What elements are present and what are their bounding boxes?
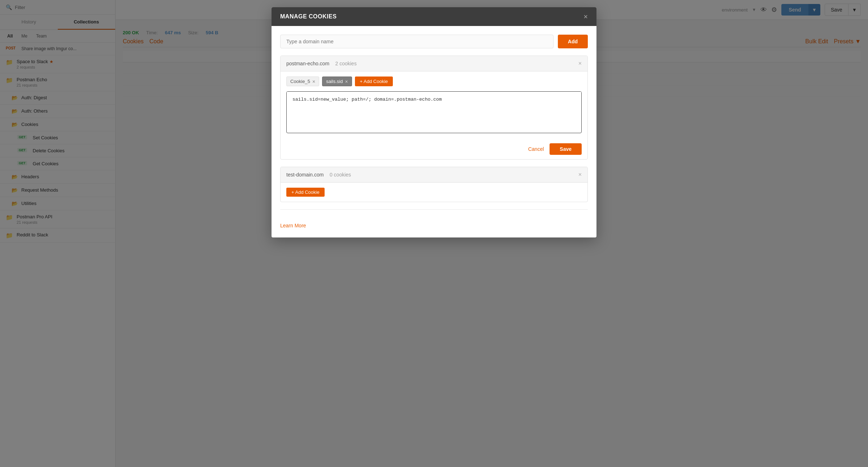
- modal-overlay: MANAGE COOKIES × Add postman-echo.com 2 …: [0, 0, 868, 467]
- cookie-editor: sails.sid=new_value; path=/; domain=.pos…: [286, 91, 582, 133]
- cookie-editor-textarea[interactable]: sails.sid=new_value; path=/; domain=.pos…: [287, 92, 581, 131]
- add-cookie-button[interactable]: + Add Cookie: [355, 77, 393, 86]
- cookie-tag-cookie5[interactable]: Cookie_5 ×: [286, 77, 319, 86]
- domain-section-test-domain: test-domain.com 0 cookies × + Add Cookie: [280, 167, 588, 202]
- cookie-count: 2 cookies: [335, 61, 357, 66]
- modal-title: MANAGE COOKIES: [280, 13, 337, 20]
- modal-close-button[interactable]: ×: [583, 13, 588, 20]
- editor-actions: Cancel Save: [281, 139, 587, 159]
- domain-remove-button[interactable]: ×: [578, 171, 582, 178]
- save-cookie-button[interactable]: Save: [550, 143, 582, 155]
- cookies-list-empty: + Add Cookie: [281, 183, 587, 202]
- domain-add-row: Add: [280, 35, 588, 48]
- domain-name: postman-echo.com: [286, 61, 329, 66]
- cookie-count: 0 cookies: [330, 172, 351, 178]
- domain-info: test-domain.com 0 cookies: [286, 171, 351, 178]
- add-domain-button[interactable]: Add: [558, 35, 588, 48]
- cancel-button[interactable]: Cancel: [528, 146, 544, 152]
- domain-header: test-domain.com 0 cookies ×: [281, 167, 587, 183]
- cookies-list: Cookie_5 × sails.sid × + Add Cookie: [281, 71, 587, 91]
- modal-body: Add postman-echo.com 2 cookies × Cookie_…: [272, 26, 596, 237]
- add-cookie-button[interactable]: + Add Cookie: [286, 188, 325, 197]
- cookie-tag-label: sails.sid: [326, 79, 343, 84]
- domain-info: postman-echo.com 2 cookies: [286, 60, 357, 67]
- cookie-tag-remove-button[interactable]: ×: [312, 79, 315, 84]
- cookie-tag-remove-button[interactable]: ×: [345, 79, 348, 84]
- domain-section-postman-echo: postman-echo.com 2 cookies × Cookie_5 × …: [280, 56, 588, 160]
- domain-header: postman-echo.com 2 cookies ×: [281, 56, 587, 71]
- cookie-tag-label: Cookie_5: [290, 79, 310, 84]
- manage-cookies-modal: MANAGE COOKIES × Add postman-echo.com 2 …: [272, 7, 596, 237]
- modal-divider: [280, 209, 588, 210]
- domain-name: test-domain.com: [286, 172, 324, 178]
- domain-remove-button[interactable]: ×: [578, 60, 582, 67]
- modal-header: MANAGE COOKIES ×: [272, 7, 596, 26]
- domain-name-input[interactable]: [280, 35, 554, 48]
- cookie-tag-sails-sid[interactable]: sails.sid ×: [322, 77, 352, 86]
- learn-more-link[interactable]: Learn More: [280, 223, 306, 228]
